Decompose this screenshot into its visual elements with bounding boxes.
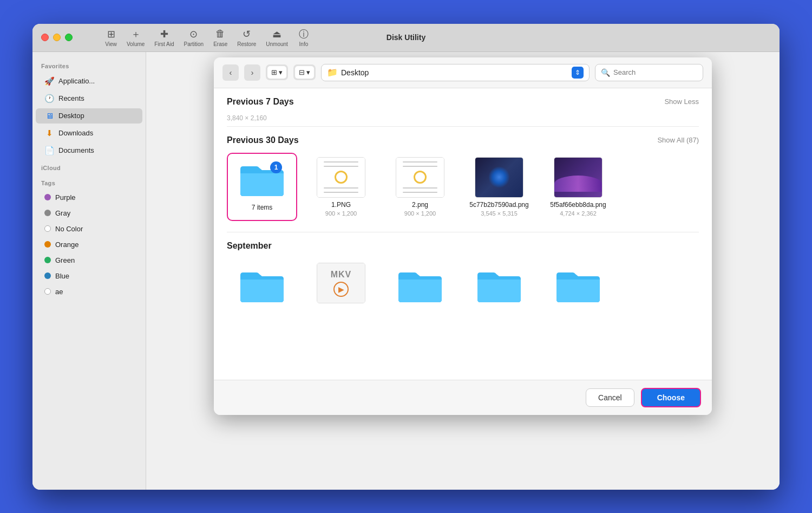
unmount-label: Unmount <box>266 41 288 47</box>
file-thumbnail-2 <box>396 157 444 198</box>
sidebar: Favorites 🚀 Applicatio... 🕐 Recents 🖥 De… <box>32 52 146 490</box>
volume-label: Volume <box>127 41 145 47</box>
choose-button[interactable]: Choose <box>641 388 701 407</box>
toolbar-info[interactable]: ⓘ Info <box>298 28 310 47</box>
glow-element <box>488 166 510 188</box>
sidebar-tag-gray[interactable]: Gray <box>36 206 142 220</box>
sidebar-item-documents[interactable]: 📄 Documents <box>36 143 142 158</box>
sidebar-item-label: Applicatio... <box>58 77 95 85</box>
section-divider <box>227 126 699 127</box>
sidebar-tag-blue[interactable]: Blue <box>36 269 142 283</box>
sidebar-item-desktop[interactable]: 🖥 Desktop <box>36 108 142 124</box>
view-toggle-group: ⊞ ▾ <box>266 64 288 80</box>
sidebar-tag-no-color[interactable]: No Color <box>36 222 142 236</box>
prev7-show-link[interactable]: Show Less <box>664 98 699 106</box>
view-toggle-group2: ⊟ ▾ <box>293 64 316 80</box>
file-name: 5f5af66ebb8da.png <box>550 201 606 210</box>
partition-icon: ⊙ <box>188 28 200 40</box>
toolbar-restore[interactable]: ↺ Restore <box>237 28 256 47</box>
doc-circle <box>335 171 348 184</box>
grid-view-button[interactable]: ⊞ ▾ <box>267 66 286 79</box>
toolbar-volume[interactable]: ＋ Volume <box>127 28 145 47</box>
toolbar-view[interactable]: ⊞ View <box>105 28 117 47</box>
prev7-title: Previous 7 Days <box>227 97 294 107</box>
tag-label: ae <box>55 288 63 296</box>
right-area: ‹ › ⊞ ▾ ⊟ ▾ <box>146 52 780 490</box>
location-arrows[interactable]: ⇕ <box>572 67 584 79</box>
forward-button[interactable]: › <box>244 64 260 81</box>
first-aid-icon: ✚ <box>158 28 170 40</box>
sidebar-item-downloads[interactable]: ⬇ Downloads <box>36 126 142 141</box>
sidebar-item-recents[interactable]: 🕐 Recents <box>36 91 142 106</box>
grid-chevron-icon: ▾ <box>279 68 283 76</box>
folder-svg-s3 <box>475 264 523 305</box>
file-item-1png[interactable]: 1.PNG 900 × 1,200 <box>306 153 376 222</box>
toolbar: ⊞ View ＋ Volume ✚ First Aid ⊙ Partition … <box>105 28 310 47</box>
file-name: 5c77b2b7590ad.png <box>469 201 528 210</box>
maximize-button[interactable] <box>65 34 73 41</box>
file-item-sfolder1[interactable] <box>227 258 297 310</box>
green-dot <box>44 257 51 263</box>
dialog-overlay: ‹ › ⊞ ▾ ⊟ ▾ <box>146 52 780 490</box>
toolbar-erase[interactable]: 🗑 Erase <box>213 28 227 47</box>
file-dialog: ‹ › ⊞ ▾ ⊟ ▾ <box>214 57 712 415</box>
file-item-mkv[interactable]: MKV ▶ <box>306 258 376 310</box>
erase-label: Erase <box>213 41 227 47</box>
location-bar[interactable]: 📁 Desktop ⇕ <box>321 64 590 81</box>
search-input[interactable] <box>613 68 697 76</box>
toolbar-partition[interactable]: ⊙ Partition <box>184 28 204 47</box>
doc-line <box>403 187 437 189</box>
file-item-sfolder3[interactable] <box>464 258 534 310</box>
prev30-show-link[interactable]: Show All (87) <box>657 136 699 144</box>
sidebar-tag-green[interactable]: Green <box>36 254 142 267</box>
sidebar-tag-orange[interactable]: Orange <box>36 238 142 251</box>
location-text: Desktop <box>341 68 568 77</box>
file-item-sfolder4[interactable] <box>543 258 613 310</box>
cancel-button[interactable]: Cancel <box>586 388 634 407</box>
doc-line <box>403 192 437 193</box>
list-view-button[interactable]: ⊟ ▾ <box>295 66 314 79</box>
back-button[interactable]: ‹ <box>222 64 239 81</box>
prev30-file-grid: 1 7 items <box>227 153 699 222</box>
file-item-sfolder2[interactable] <box>385 258 455 310</box>
folder-badge: 1 <box>270 161 282 173</box>
tag-label: Green <box>55 256 75 264</box>
doc-line <box>324 192 358 193</box>
sidebar-item-applications[interactable]: 🚀 Applicatio... <box>36 74 142 89</box>
gray-dot <box>44 210 51 216</box>
file-thumbnail-mkv: MKV ▶ <box>317 263 365 303</box>
file-item-2png[interactable]: 2.png 900 × 1,200 <box>385 153 455 222</box>
close-button[interactable] <box>41 34 49 41</box>
doc-line <box>403 166 437 167</box>
sidebar-tag-ae[interactable]: ae <box>36 285 142 298</box>
view-label: View <box>105 41 117 47</box>
sidebar-tag-purple[interactable]: Purple <box>36 191 142 204</box>
info-icon: ⓘ <box>298 28 310 40</box>
doc-circle <box>414 171 427 184</box>
file-size: 4,724 × 2,362 <box>560 210 597 217</box>
restore-icon: ↺ <box>241 28 253 40</box>
png-doc-thumb <box>396 158 444 197</box>
toolbar-unmount[interactable]: ⏏ Unmount <box>266 28 288 47</box>
title-bar: Disk Utility ⊞ View ＋ Volume ✚ First Aid… <box>32 24 780 52</box>
recents-icon: 🕐 <box>44 94 54 103</box>
search-bar[interactable]: 🔍 <box>595 64 703 81</box>
dialog-footer: Cancel Choose <box>214 380 712 415</box>
applications-icon: 🚀 <box>44 76 54 86</box>
minimize-button[interactable] <box>53 34 61 41</box>
file-size: 900 × 1,200 <box>404 210 436 217</box>
mkv-label: MKV <box>331 270 352 280</box>
file-thumbnail-1 <box>317 157 365 198</box>
sidebar-item-label: Desktop <box>58 112 84 120</box>
folder-icon-wrapper: 1 <box>238 157 286 200</box>
downloads-icon: ⬇ <box>44 128 54 138</box>
tag-label: Orange <box>55 241 78 249</box>
file-item-5c77[interactable]: 5c77b2b7590ad.png 3,545 × 5,315 <box>464 153 534 222</box>
folder-icon-wrapper <box>238 263 286 306</box>
png-doc-thumb <box>317 158 365 197</box>
september-section-header: September <box>227 241 699 251</box>
file-item-folder1[interactable]: 1 7 items <box>227 153 297 222</box>
toolbar-first-aid[interactable]: ✚ First Aid <box>154 28 174 47</box>
file-item-5f5a[interactable]: 5f5af66ebb8da.png 4,724 × 2,362 <box>543 153 613 222</box>
tag-label: Gray <box>55 209 70 217</box>
